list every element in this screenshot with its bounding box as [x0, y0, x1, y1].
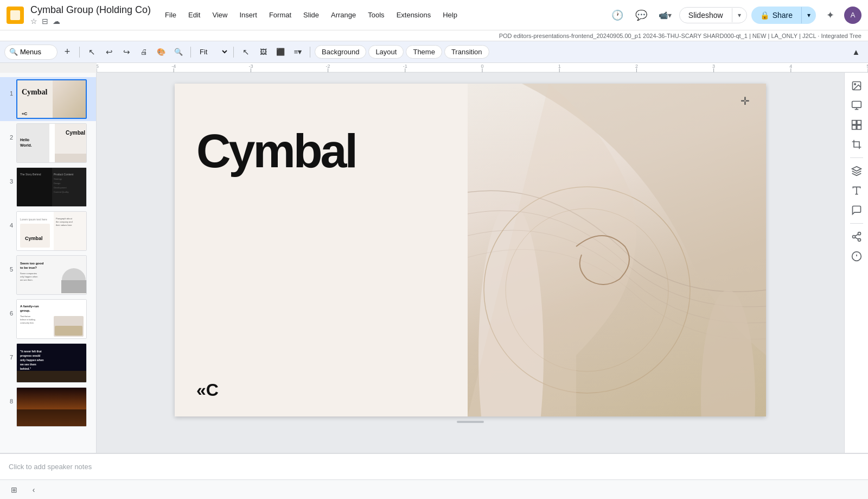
text-button[interactable]	[848, 182, 865, 199]
help-right-button[interactable]	[848, 248, 865, 265]
print-button[interactable]: 🖨	[136, 45, 151, 60]
toolbar-separator	[79, 47, 80, 58]
slide-item-6[interactable]: 6 A family-run group. That that we belie…	[0, 297, 96, 341]
svg-rect-57	[61, 280, 86, 293]
lock-icon: 🔒	[760, 11, 769, 20]
slide-thumbnail-8[interactable]	[16, 387, 87, 427]
meet-button[interactable]: 📹▾	[655, 5, 675, 25]
menu-arrange[interactable]: Arrange	[326, 8, 361, 22]
svg-text:A family-run: A family-run	[20, 305, 39, 308]
slide-thumbnail-5[interactable]: Seem too good to be true? Some companies…	[16, 255, 87, 295]
zoom-button[interactable]: 🔍	[171, 45, 186, 60]
cloud-icon[interactable]: ☁	[53, 17, 60, 26]
share-arrow[interactable]: ▾	[801, 7, 816, 23]
paint-format-button[interactable]: 🎨	[154, 45, 169, 60]
collapse-toolbar-button[interactable]: ▲	[848, 45, 864, 60]
slide-thumbnail-1[interactable]: Cymbal «C	[16, 79, 87, 119]
menu-tools[interactable]: Tools	[362, 8, 390, 22]
comments-button[interactable]: 💬	[631, 5, 651, 25]
insert-image-button[interactable]	[848, 77, 865, 94]
slideshow-label[interactable]: Slideshow	[680, 8, 732, 23]
svg-text:Strategy: Strategy	[54, 178, 62, 180]
slide-thumbnail-3[interactable]: The Story Behind Product Content Strateg…	[16, 167, 87, 207]
notes-placeholder[interactable]: Click to add speaker notes	[9, 463, 92, 471]
slide-thumbnail-7[interactable]: "It never felt that progress would only …	[16, 343, 87, 383]
avatar[interactable]: A	[844, 7, 861, 24]
slides-button[interactable]	[848, 116, 865, 134]
slide-8-svg	[17, 388, 87, 427]
history-button[interactable]: 🕐	[608, 5, 627, 25]
slide-number-4: 4	[4, 211, 13, 229]
slide-item-7[interactable]: 7 "It never felt that progress would onl…	[0, 341, 96, 385]
slide-number-3: 3	[4, 167, 13, 185]
notes-area[interactable]: Click to add speaker notes	[0, 453, 868, 479]
slide-item-8[interactable]: 8	[0, 385, 96, 429]
svg-text:Hello: Hello	[20, 138, 29, 142]
ruler-svg: -5-4-3-2-1012345	[97, 63, 868, 73]
present-button[interactable]	[848, 97, 865, 114]
slide-item-5[interactable]: 5 Seem too good to be true? Some compani…	[0, 253, 96, 297]
components-button[interactable]	[848, 162, 865, 180]
text-tool[interactable]: ⬛	[273, 45, 288, 60]
collapse-panel-button[interactable]: ‹	[26, 482, 41, 497]
undo-button[interactable]: ↩	[101, 45, 117, 60]
image-tool[interactable]: 🖼	[256, 45, 271, 60]
slide-1-svg: Cymbal «C	[17, 80, 87, 119]
search-input[interactable]	[20, 48, 53, 56]
slide-thumbnail-2[interactable]: Hello World. Cymbal	[16, 123, 87, 163]
svg-text:Seem too good: Seem too good	[20, 262, 44, 265]
line-tool[interactable]: ≡▾	[290, 45, 305, 60]
svg-rect-85	[857, 121, 861, 125]
layout-button[interactable]: Layout	[368, 45, 404, 59]
transition-button[interactable]: Transition	[444, 45, 489, 59]
doc-title-icons: ☆ ⊟ ☁	[30, 17, 151, 26]
comment-button[interactable]	[848, 201, 865, 219]
add-slide-button[interactable]: +	[60, 45, 75, 60]
slide-number-8: 8	[4, 387, 13, 405]
svg-rect-74	[17, 409, 87, 427]
slide-logo[interactable]: «C	[196, 380, 219, 400]
menu-view[interactable]: View	[207, 8, 233, 22]
gemini-button[interactable]: ✦	[820, 5, 840, 25]
menu-file[interactable]: File	[159, 8, 182, 22]
slide-item-3[interactable]: 3 The Story Behind Product Content Strat…	[0, 165, 96, 209]
slide-canvas[interactable]: Cymbal «C ✛	[175, 84, 766, 416]
slide-number-7: 7	[4, 343, 13, 361]
svg-line-95	[855, 234, 858, 236]
menu-extensions[interactable]: Extensions	[391, 8, 437, 22]
svg-text:only happen when: only happen when	[20, 358, 44, 362]
slideshow-arrow[interactable]: ▾	[732, 8, 746, 22]
slide-wordmark[interactable]: Cymbal	[196, 127, 356, 175]
slide-thumbnail-6[interactable]: A family-run group. That that we believe…	[16, 299, 87, 339]
menu-help[interactable]: Help	[437, 8, 463, 22]
move-tool[interactable]: ↖	[84, 45, 99, 60]
cursor-tool[interactable]: ↖	[238, 45, 253, 60]
menu-format[interactable]: Format	[264, 8, 297, 22]
share-label[interactable]: 🔒 Share	[751, 7, 801, 24]
svg-text:The Story Behind: The Story Behind	[20, 173, 41, 176]
slide-item-4[interactable]: 4 Lorem ipsum text here Cymbal Paragraph…	[0, 209, 96, 253]
theme-button[interactable]: Theme	[406, 45, 442, 59]
menu-slide[interactable]: Slide	[298, 8, 324, 22]
crop-button[interactable]	[848, 136, 865, 153]
zoom-select[interactable]: Fit 50% 75% 100% 125%	[195, 46, 229, 58]
folder-icon[interactable]: ⊟	[42, 17, 48, 26]
slideshow-button[interactable]: Slideshow ▾	[679, 7, 747, 23]
slide-item-2[interactable]: 2 Hello World. Cymbal	[0, 121, 96, 165]
grid-view-button[interactable]: ⊞	[7, 482, 22, 497]
share-right-button[interactable]	[848, 228, 865, 245]
svg-marker-88	[852, 167, 861, 171]
svg-rect-24	[53, 80, 87, 119]
slide-item-1[interactable]: 1 Cymbal «C	[0, 77, 96, 121]
star-icon[interactable]: ☆	[30, 17, 37, 26]
background-button[interactable]: Background	[315, 45, 366, 59]
menu-insert[interactable]: Insert	[234, 8, 263, 22]
menu-edit[interactable]: Edit	[183, 8, 206, 22]
share-button[interactable]: 🔒 Share ▾	[751, 7, 816, 24]
redo-button[interactable]: ↪	[119, 45, 134, 60]
app-icon[interactable]	[7, 7, 24, 24]
svg-rect-65	[55, 326, 82, 336]
slide-thumbnail-4[interactable]: Lorem ipsum text here Cymbal Paragraph a…	[16, 211, 87, 251]
toolbar-separator-2	[190, 47, 191, 58]
svg-rect-84	[852, 121, 856, 125]
